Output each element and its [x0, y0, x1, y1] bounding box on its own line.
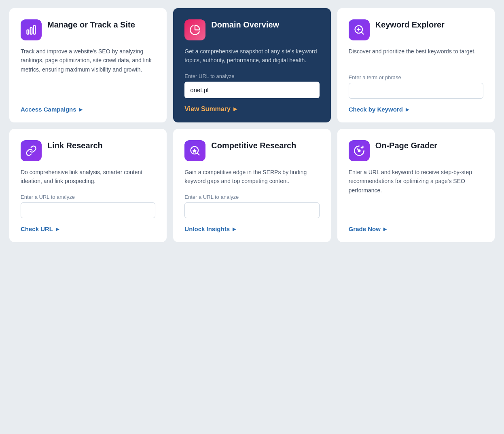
card-grid: Manage or Track a Site Track and improve…	[9, 8, 495, 242]
card-header-manage-site: Manage or Track a Site	[21, 19, 155, 40]
svg-marker-9	[192, 148, 197, 153]
card-keyword-explorer: Keyword Explorer Discover and prioritize…	[337, 8, 495, 122]
link-domain-overview[interactable]: View Summary ►	[184, 105, 319, 113]
input-keyword-explorer[interactable]	[349, 83, 483, 99]
card-title-link-research: Link Research	[47, 140, 103, 151]
svg-rect-0	[27, 30, 29, 34]
card-competitive-research: Competitive Research Gain a competitive …	[173, 129, 330, 242]
card-desc-manage-site: Track and improve a website's SEO by ana…	[21, 47, 155, 74]
star-search-icon	[184, 140, 205, 161]
link-manage-site[interactable]: Access Campaigns ►	[21, 106, 155, 113]
pie-chart-icon	[184, 19, 205, 40]
link-competitive-research[interactable]: Unlock Insights ►	[184, 225, 319, 232]
card-desc-competitive-research: Gain a competitive edge in the SERPs by …	[184, 168, 319, 186]
svg-line-4	[361, 32, 363, 34]
gauge-icon	[349, 140, 370, 161]
card-header-domain-overview: Domain Overview	[184, 19, 319, 40]
input-link-research[interactable]	[21, 202, 155, 218]
card-title-on-page-grader: On-Page Grader	[375, 140, 437, 151]
card-link-research: Link Research Do comprehensive link anal…	[9, 129, 167, 242]
link-on-page-grader[interactable]: Grade Now ►	[349, 225, 483, 232]
arrow-icon-keyword-explorer: ►	[404, 106, 411, 113]
card-domain-overview: Domain Overview Get a comprehensive snap…	[173, 8, 330, 122]
svg-point-10	[358, 150, 360, 152]
input-label-keyword-explorer: Enter a term or phrase	[349, 74, 483, 80]
input-competitive-research[interactable]	[184, 202, 319, 218]
svg-rect-2	[34, 26, 36, 34]
card-header-competitive-research: Competitive Research	[184, 140, 319, 161]
card-title-manage-site: Manage or Track a Site	[47, 19, 135, 30]
arrow-icon-domain-overview: ►	[232, 105, 239, 113]
card-title-domain-overview: Domain Overview	[211, 19, 279, 30]
svg-rect-1	[30, 27, 32, 34]
svg-line-8	[197, 153, 199, 155]
card-title-competitive-research: Competitive Research	[211, 140, 296, 151]
card-header-keyword-explorer: Keyword Explorer	[349, 19, 483, 40]
bar-chart-icon	[21, 19, 42, 40]
card-title-keyword-explorer: Keyword Explorer	[375, 19, 445, 30]
card-on-page-grader: On-Page Grader Enter a URL and keyword t…	[337, 129, 495, 242]
link-keyword-explorer[interactable]: Check by Keyword ►	[349, 106, 483, 113]
arrow-icon-link-research: ►	[55, 225, 61, 232]
input-domain-overview[interactable]	[184, 82, 319, 98]
card-header-on-page-grader: On-Page Grader	[349, 140, 483, 161]
input-label-domain-overview: Enter URL to analyze	[184, 73, 319, 79]
keyword-icon	[349, 19, 370, 40]
card-manage-site: Manage or Track a Site Track and improve…	[9, 8, 167, 122]
input-label-link-research: Enter a URL to analyze	[21, 194, 155, 200]
link-icon	[21, 140, 42, 161]
arrow-icon-manage-site: ►	[78, 106, 84, 113]
card-desc-on-page-grader: Enter a URL and keyword to receive step-…	[349, 168, 483, 195]
card-desc-keyword-explorer: Discover and prioritize the best keyword…	[349, 47, 483, 57]
card-header-link-research: Link Research	[21, 140, 155, 161]
arrow-icon-on-page-grader: ►	[382, 225, 388, 232]
card-desc-link-research: Do comprehensive link analysis, smarter …	[21, 168, 155, 186]
input-label-competitive-research: Enter a URL to analyze	[184, 194, 319, 200]
card-desc-domain-overview: Get a comprehensive snapshot of any site…	[184, 47, 319, 65]
arrow-icon-competitive-research: ►	[231, 225, 237, 232]
link-link-research[interactable]: Check URL ►	[21, 225, 155, 232]
